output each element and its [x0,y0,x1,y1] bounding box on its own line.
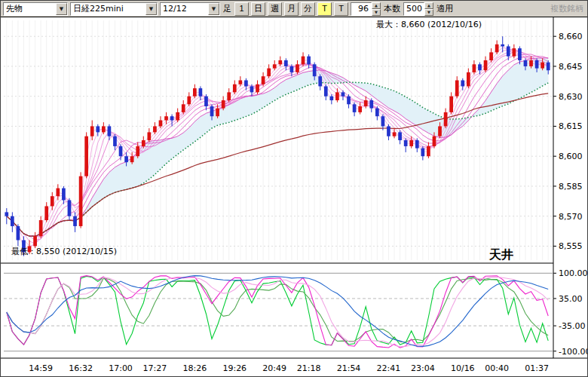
spin-up-icon[interactable]: ▲ [424,2,433,9]
chart-area[interactable]: 8,6608,6458,6308,6158,6008,5858,5708,555… [1,17,587,376]
t-toggle-button[interactable]: T [334,2,348,16]
svg-text:22:41: 22:41 [377,363,401,373]
bar-count-label: 本数 [383,3,401,14]
symbol-select[interactable]: 日経225mini ▼ [70,2,158,16]
svg-text:17:00: 17:00 [109,363,133,373]
svg-text:19:26: 19:26 [222,363,247,373]
dropdown-arrow-icon[interactable]: ▼ [208,3,219,15]
signal-label: 天井 [488,247,513,262]
svg-text:14:59: 14:59 [29,363,53,373]
toolbar: 先物 ▼ 日経225mini ▼ 12/12 ▼ 足 1 日 週 月 分 T T… [1,1,587,17]
chart-canvas[interactable]: 8,6608,6458,6308,6158,6008,5858,5708,555… [1,17,587,377]
dropdown-arrow-icon[interactable]: ▼ [145,3,157,15]
timeframe-1min-button[interactable]: 1 [234,2,249,16]
dropdown-arrow-icon[interactable]: ▼ [56,3,67,15]
oscillator-line-slow-magenta [7,277,548,346]
apply-button[interactable]: 適用 [436,3,454,14]
symbol-value: 日経225mini [71,3,145,15]
svg-text:8,600: 8,600 [559,152,583,161]
svg-text:8,660: 8,660 [559,32,583,41]
time-axis: 14:5916:3217:0017:2718:2619:2620:4921:18… [29,363,549,373]
min-annotation: 最低：8,550 (2012/10/15) [11,247,117,256]
svg-text:100.00: 100.00 [559,268,587,278]
spin-down-icon[interactable]: ▼ [372,9,381,16]
bar-count-spinner[interactable]: 96 ▲ ▼ [351,2,381,16]
svg-text:17:27: 17:27 [143,363,167,373]
svg-text:10/16: 10/16 [451,363,475,373]
svg-text:35.00: 35.00 [559,294,583,304]
svg-text:8,615: 8,615 [559,121,583,131]
svg-text:21:54: 21:54 [337,363,361,373]
contract-month-value: 12/12 [161,3,208,15]
svg-text:18:26: 18:26 [182,363,207,373]
svg-text:8,585: 8,585 [559,182,583,192]
svg-text:23:04: 23:04 [411,363,435,373]
svg-text:-100.00: -100.00 [559,347,587,357]
svg-text:-35.00: -35.00 [559,321,585,331]
multi-symbol-button[interactable]: 複数銘柄 [550,3,585,14]
bar-count-value: 96 [351,2,372,16]
timeframe-day-button[interactable]: 日 [251,2,265,16]
contract-month-select[interactable]: 12/12 ▼ [160,2,220,16]
svg-text:01:37: 01:37 [525,363,549,373]
timeframe-week-button[interactable]: 週 [268,2,282,16]
spin-down-icon[interactable]: ▼ [424,9,433,16]
svg-text:8,645: 8,645 [559,62,583,72]
svg-text:16:32: 16:32 [69,363,93,373]
bar-type-label: 足 [222,3,232,14]
max-annotation: 最大：8,660 (2012/10/16) [376,20,482,29]
spin-up-icon[interactable]: ▲ [372,2,381,9]
instrument-type-select[interactable]: 先物 ▼ [3,2,68,16]
instrument-type-value: 先物 [4,3,56,15]
timeframe-month-button[interactable]: 月 [284,2,299,16]
timeframe-minute-button[interactable]: 分 [301,2,315,16]
svg-text:20:49: 20:49 [262,363,286,373]
svg-text:8,555: 8,555 [559,241,583,251]
oscillator-pane: 100.0035.00-35.00-100.00 [4,268,587,356]
price-axis: 8,6608,6458,6308,6158,6008,5858,5708,555 [553,17,583,358]
svg-text:8,570: 8,570 [559,212,583,222]
chart-application-window: 先物 ▼ 日経225mini ▼ 12/12 ▼ 足 1 日 週 月 分 T T… [0,0,588,377]
svg-text:00:40: 00:40 [485,363,509,373]
svg-text:21:18: 21:18 [297,363,321,373]
svg-text:8,630: 8,630 [559,92,583,102]
display-count-spinner[interactable]: 500 ▲ ▼ [403,2,433,16]
display-count-value: 500 [403,2,424,16]
t-toggle-button-active[interactable]: T [317,2,332,16]
